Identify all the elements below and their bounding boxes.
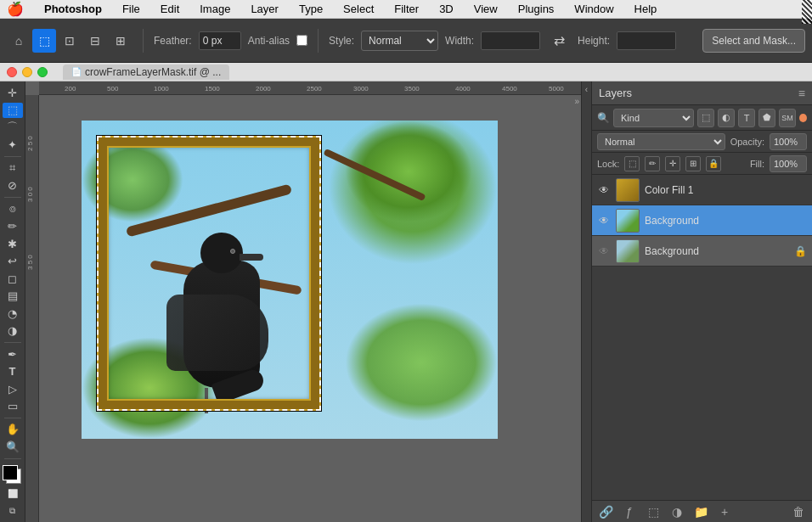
svg-text:4500: 4500 xyxy=(502,85,517,93)
tool-separator-3 xyxy=(4,342,21,343)
file-tab-name: crowFrameLayerMask.tif @ ... xyxy=(85,66,221,78)
gradient-tool-btn[interactable]: ▤ xyxy=(3,288,23,304)
eraser-tool-btn[interactable]: ◻ xyxy=(3,271,23,287)
lock-label: Lock: xyxy=(597,159,619,169)
healing-brush-btn[interactable]: ⌾ xyxy=(3,201,23,217)
crop-tool-btn[interactable]: ⌗ xyxy=(3,160,23,177)
screen-mode-btn[interactable]: ⧉ xyxy=(3,503,23,519)
layer-item-background-masked[interactable]: 👁 Background xyxy=(592,205,812,236)
menu-photoshop[interactable]: Photoshop xyxy=(41,3,105,15)
height-input[interactable] xyxy=(617,31,676,50)
move-tool-btn[interactable]: ✛ xyxy=(3,85,23,101)
filter-pixel-btn[interactable]: ⬚ xyxy=(697,109,714,127)
swap-dimensions-btn[interactable]: ⇄ xyxy=(547,29,571,53)
canvas-content[interactable]: » xyxy=(39,95,581,522)
menu-plugins[interactable]: Plugins xyxy=(515,3,558,15)
filter-adjustment-btn[interactable]: ◐ xyxy=(718,109,735,127)
eye-btn-bg-masked[interactable]: 👁 xyxy=(597,214,611,227)
feather-label: Feather: xyxy=(154,35,192,47)
lasso-tool-btn[interactable]: ⌒ xyxy=(3,120,23,136)
pen-tool-btn[interactable]: ✒ xyxy=(3,346,23,362)
bird-eye xyxy=(230,249,235,254)
lock-transparent-btn[interactable]: ⬚ xyxy=(624,156,640,171)
foreground-color-swatch[interactable] xyxy=(3,465,18,480)
new-group-btn[interactable]: 📁 xyxy=(692,503,709,520)
menu-window[interactable]: Window xyxy=(571,3,617,15)
bird-head xyxy=(200,233,243,273)
menu-filter[interactable]: Filter xyxy=(391,3,422,15)
move-selection-btn[interactable]: ⊡ xyxy=(58,29,82,53)
rectangular-marquee-btn[interactable]: ⬚ xyxy=(32,29,56,53)
layer-item-background-original[interactable]: 👁 Background 🔒 xyxy=(592,236,812,267)
new-adjustment-btn[interactable]: ◑ xyxy=(668,503,685,520)
layers-menu-btn[interactable]: ≡ xyxy=(798,87,805,100)
tools-panel: ✛ ⬚ ⌒ ✦ ⌗ ⊘ ⌾ ✏ ✱ ↩ ◻ ▤ ◔ ◑ ✒ T ▷ ▭ ✋ 🔍 … xyxy=(0,81,25,522)
clone-stamp-btn[interactable]: ✱ xyxy=(3,236,23,252)
link-layers-btn[interactable]: 🔗 xyxy=(597,503,614,520)
menu-edit[interactable]: Edit xyxy=(157,3,183,15)
subtract-selection-btn[interactable]: ⊞ xyxy=(109,29,133,53)
brush-tool-btn[interactable]: ✏ xyxy=(3,218,23,234)
add-style-btn[interactable]: ƒ xyxy=(621,503,638,520)
layer-name-color-fill: Color Fill 1 xyxy=(645,184,807,196)
feather-input[interactable] xyxy=(199,31,241,50)
select-and-mask-btn[interactable]: Select and Mask... xyxy=(702,29,805,53)
blend-mode-select[interactable]: Normal Dissolve Darken Multiply Color Bu… xyxy=(597,133,725,150)
hand-tool-btn[interactable]: ✋ xyxy=(3,422,23,438)
canvas-area[interactable]: 200 500 1000 1500 2000 2500 3000 3500 40… xyxy=(25,81,581,522)
menu-type[interactable]: Type xyxy=(296,3,326,15)
minimize-btn[interactable] xyxy=(22,67,32,77)
antialias-checkbox[interactable] xyxy=(296,35,307,46)
menu-file[interactable]: File xyxy=(119,3,144,15)
blur-tool-btn[interactable]: ◔ xyxy=(3,306,23,322)
add-mask-btn[interactable]: ⬚ xyxy=(645,503,662,520)
dodge-tool-btn[interactable]: ◑ xyxy=(3,323,23,339)
filter-smart-btn[interactable]: SM xyxy=(779,109,796,127)
fill-input[interactable] xyxy=(770,155,807,172)
type-tool-btn[interactable]: T xyxy=(3,363,23,379)
menu-layer[interactable]: Layer xyxy=(247,3,282,15)
intersect-selection-btn[interactable]: ⊟ xyxy=(83,29,107,53)
home-btn[interactable]: ⌂ xyxy=(7,29,31,53)
layers-bottom: 🔗 ƒ ⬚ ◑ 📁 + 🗑 xyxy=(592,500,812,522)
menu-view[interactable]: View xyxy=(471,3,501,15)
lock-position-btn[interactable]: ✛ xyxy=(665,156,680,171)
eyedropper-tool-btn[interactable]: ⊘ xyxy=(3,177,23,194)
quick-mask-btn[interactable]: ⬜ xyxy=(3,486,23,502)
filter-active-indicator xyxy=(799,114,807,122)
layer-item-color-fill[interactable]: 👁 Color Fill 1 xyxy=(592,175,812,205)
menu-3d[interactable]: 3D xyxy=(436,3,457,15)
path-selection-btn[interactable]: ▷ xyxy=(3,381,23,397)
delete-layer-btn[interactable]: 🗑 xyxy=(790,503,807,520)
style-select[interactable]: Normal Fixed Ratio Fixed Size xyxy=(361,31,438,51)
zoom-tool-btn[interactable]: 🔍 xyxy=(3,439,23,455)
shape-tool-btn[interactable]: ▭ xyxy=(3,398,23,414)
menu-help[interactable]: Help xyxy=(631,3,661,15)
close-btn[interactable] xyxy=(7,67,17,77)
opacity-input[interactable] xyxy=(770,133,807,150)
layers-panel-collapse[interactable]: ‹ xyxy=(581,81,591,522)
new-layer-btn[interactable]: + xyxy=(716,503,733,520)
layer-thumb-bg-original xyxy=(616,239,640,263)
history-brush-btn[interactable]: ↩ xyxy=(3,253,23,269)
apple-menu[interactable]: 🍎 xyxy=(7,1,24,17)
eye-btn-color-fill[interactable]: 👁 xyxy=(597,183,611,197)
file-tab[interactable]: 📄 crowFrameLayerMask.tif @ ... xyxy=(63,65,229,80)
lock-all-btn[interactable]: 🔒 xyxy=(706,156,721,171)
ruler-top: 200 500 1000 1500 2000 2500 3000 3500 40… xyxy=(39,81,581,95)
magic-wand-tool-btn[interactable]: ✦ xyxy=(3,138,23,154)
layer-blend-bar: Normal Dissolve Darken Multiply Color Bu… xyxy=(592,131,812,153)
menu-image[interactable]: Image xyxy=(196,3,234,15)
lock-image-btn[interactable]: ✏ xyxy=(645,156,660,171)
eye-btn-bg-original[interactable]: 👁 xyxy=(597,244,611,258)
marquee-tool-btn[interactable]: ⬚ xyxy=(3,103,23,119)
filter-shape-btn[interactable]: ⬟ xyxy=(758,109,775,127)
menu-select[interactable]: Select xyxy=(340,3,377,15)
width-input[interactable] xyxy=(481,31,540,50)
filter-select[interactable]: Kind Name Effect Mode Attribute Color Sm… xyxy=(613,109,694,127)
filter-type-btn[interactable]: T xyxy=(738,109,755,127)
layer-thumb-bg-masked xyxy=(616,209,640,233)
opacity-label: Opacity: xyxy=(730,137,764,147)
maximize-btn[interactable] xyxy=(37,67,48,77)
lock-artboard-btn[interactable]: ⊞ xyxy=(685,156,701,171)
